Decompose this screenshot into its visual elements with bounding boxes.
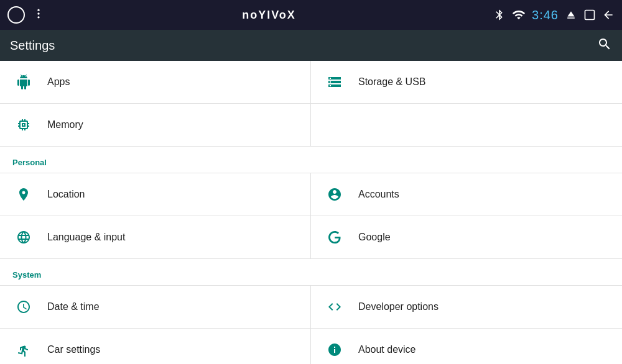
about-label: About device [358, 344, 416, 355]
svg-rect-3 [585, 11, 594, 20]
settings-item-empty [311, 104, 622, 147]
android-icon [12, 71, 35, 93]
settings-item-developer[interactable]: Developer options [311, 286, 622, 329]
clock-icon [12, 296, 35, 318]
settings-grid: Apps Storage & USB Memory Personal [0, 61, 622, 364]
settings-item-datetime[interactable]: Date & time [0, 286, 311, 329]
settings-item-storage[interactable]: Storage & USB [311, 61, 622, 104]
settings-content: Apps Storage & USB Memory Personal [0, 61, 622, 364]
car-label: Car settings [47, 344, 100, 355]
recents-icon[interactable] [583, 9, 596, 21]
settings-item-apps[interactable]: Apps [0, 61, 311, 104]
memory-icon [12, 114, 35, 136]
storage-label: Storage & USB [358, 76, 426, 88]
settings-item-language[interactable]: Language & input [0, 216, 311, 259]
svg-point-0 [37, 9, 39, 11]
language-icon [12, 226, 35, 248]
back-icon[interactable] [602, 9, 615, 21]
storage-icon [323, 71, 346, 93]
language-label: Language & input [47, 232, 125, 243]
settings-item-location[interactable]: Location [0, 173, 311, 216]
status-bar-right: 3:46 [493, 8, 615, 22]
eject-icon [565, 9, 577, 21]
time-display: 3:46 [532, 8, 559, 22]
wifi-icon [512, 8, 526, 22]
accounts-label: Accounts [358, 189, 399, 200]
developer-label: Developer options [358, 301, 439, 312]
location-icon [12, 183, 35, 206]
car-icon [12, 339, 35, 361]
svg-point-2 [37, 16, 39, 18]
section-header-personal: Personal [0, 147, 622, 173]
datetime-label: Date & time [47, 301, 100, 312]
svg-point-1 [37, 12, 39, 14]
page-title: Settings [10, 39, 55, 53]
app-bar: Settings [0, 30, 622, 61]
settings-item-memory[interactable]: Memory [0, 104, 311, 147]
developer-icon [323, 296, 346, 318]
search-button[interactable] [597, 37, 612, 54]
settings-item-accounts[interactable]: Accounts [311, 173, 622, 216]
info-icon [323, 339, 346, 361]
home-circle-icon [7, 6, 25, 24]
overflow-menu-icon[interactable] [32, 7, 45, 22]
accounts-icon [323, 183, 346, 206]
logo: noYIVoX [242, 9, 296, 22]
section-header-system: System [0, 259, 622, 286]
status-bar-left [7, 6, 45, 24]
bluetooth-icon [493, 9, 506, 21]
google-icon [323, 226, 346, 248]
settings-item-about[interactable]: About device [311, 329, 622, 364]
memory-label: Memory [47, 119, 83, 130]
personal-section-title: Personal [12, 158, 47, 167]
apps-label: Apps [47, 76, 70, 88]
settings-item-car[interactable]: Car settings [0, 329, 311, 364]
settings-item-google[interactable]: Google [311, 216, 622, 259]
google-label: Google [358, 232, 391, 243]
location-label: Location [47, 189, 85, 200]
system-section-title: System [12, 270, 41, 280]
status-bar: noYIVoX 3:46 [0, 0, 622, 30]
